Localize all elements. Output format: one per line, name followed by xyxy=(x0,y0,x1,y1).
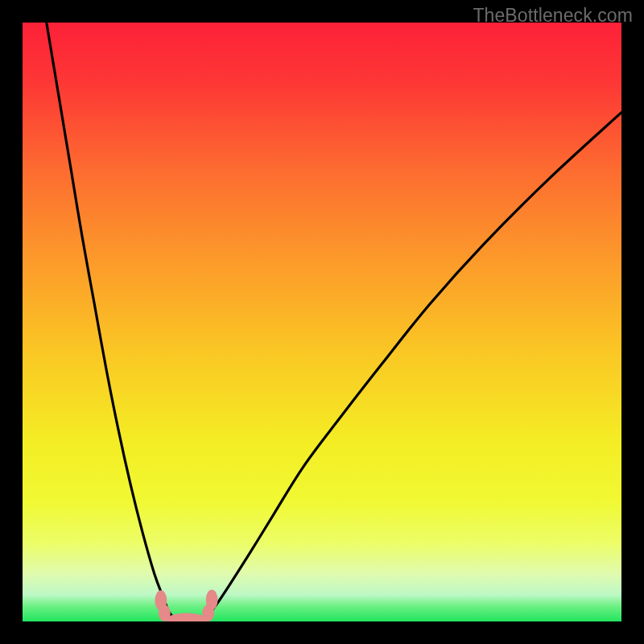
gradient-background xyxy=(23,23,621,621)
chart-svg xyxy=(23,23,621,621)
image-frame: TheBottleneck.com xyxy=(0,0,644,644)
chart-plot-area xyxy=(23,23,621,621)
